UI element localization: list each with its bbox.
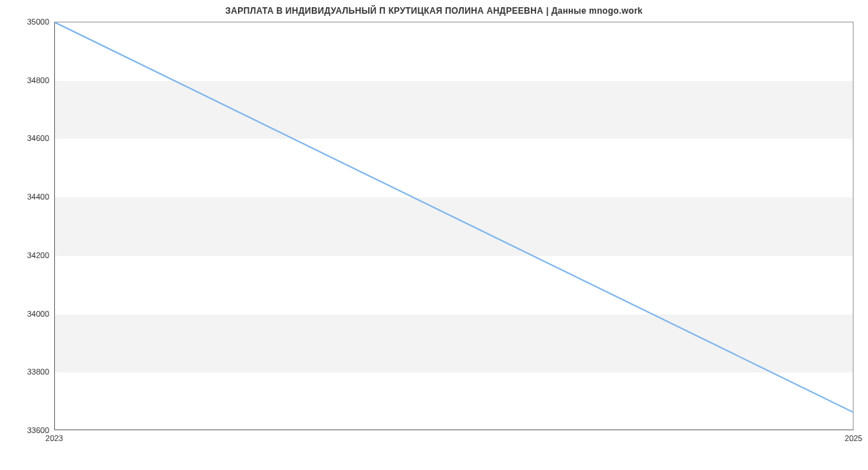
chart-container: ЗАРПЛАТА В ИНДИВИДУАЛЬНЫЙ П КРУТИЦКАЯ ПО… bbox=[0, 0, 868, 470]
x-tick-label: 2025 bbox=[845, 434, 862, 443]
y-tick-label: 34000 bbox=[27, 309, 49, 318]
x-tick-label: 2023 bbox=[46, 434, 63, 443]
chart-line bbox=[55, 22, 853, 430]
y-tick-label: 34200 bbox=[27, 251, 49, 260]
chart-title: ЗАРПЛАТА В ИНДИВИДУАЛЬНЫЙ П КРУТИЦКАЯ ПО… bbox=[0, 6, 868, 16]
y-tick-label: 34800 bbox=[27, 76, 49, 85]
plot-area bbox=[54, 22, 854, 430]
y-tick-label: 34400 bbox=[27, 192, 49, 201]
y-tick-label: 35000 bbox=[27, 17, 49, 26]
y-tick-label: 34600 bbox=[27, 134, 49, 142]
y-tick-label: 33800 bbox=[27, 367, 49, 376]
